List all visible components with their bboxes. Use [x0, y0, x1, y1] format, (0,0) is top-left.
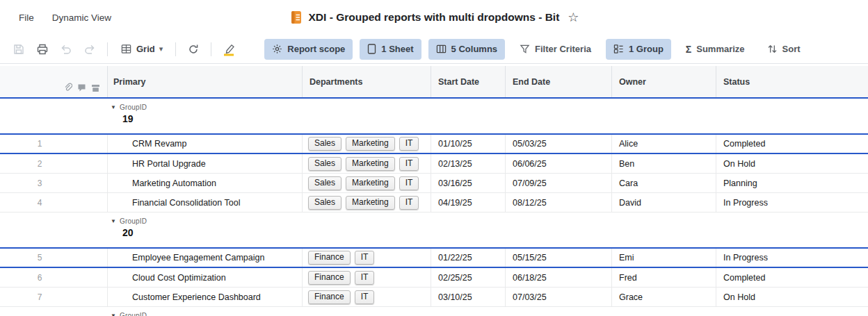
department-chip[interactable]: Marketing [346, 137, 395, 151]
cell-status[interactable]: On Hold [716, 288, 868, 306]
column-header-departments[interactable]: Departments [303, 66, 431, 97]
cell-status[interactable]: On Hold [716, 154, 868, 173]
cell-end-date[interactable]: 07/03/25 [506, 288, 612, 306]
cell-status[interactable]: Completed [716, 135, 868, 153]
cell-status[interactable]: Completed [716, 268, 868, 287]
undo-icon[interactable] [57, 40, 75, 58]
refresh-icon[interactable] [184, 40, 202, 58]
report-scope-button[interactable]: Report scope [264, 39, 353, 60]
department-chip[interactable]: IT [355, 251, 375, 265]
department-chip[interactable]: IT [399, 137, 419, 151]
table-row[interactable]: 7Customer Experience DashboardFinanceIT0… [0, 288, 868, 307]
comment-icon[interactable] [77, 83, 86, 92]
cell-departments[interactable]: SalesMarketingIT [303, 174, 431, 192]
cell-departments[interactable]: FinanceIT [303, 268, 431, 287]
department-chip[interactable]: Finance [308, 251, 351, 265]
cell-start-date[interactable]: 01/22/25 [431, 249, 506, 267]
cell-start-date[interactable]: 04/19/25 [431, 193, 506, 212]
cell-primary[interactable]: HR Portal Upgrade [108, 154, 303, 173]
cell-start-date[interactable]: 03/16/25 [431, 174, 506, 192]
cell-owner[interactable]: Emi [612, 249, 716, 267]
sigma-icon: Σ [686, 44, 691, 54]
department-chip[interactable]: Sales [308, 137, 341, 151]
gear-icon [272, 44, 282, 54]
view-selector[interactable]: Grid ▾ [116, 41, 167, 57]
cell-start-date[interactable]: 03/10/25 [431, 288, 506, 306]
star-favorite-icon[interactable]: ☆ [568, 11, 579, 24]
department-chip[interactable]: Marketing [346, 157, 395, 171]
sheet-button[interactable]: 1 Sheet [360, 39, 421, 60]
cell-departments[interactable]: FinanceIT [303, 288, 431, 306]
attachment-icon[interactable] [63, 83, 72, 92]
department-chip[interactable]: IT [355, 290, 375, 304]
cell-departments[interactable]: FinanceIT [303, 249, 431, 267]
box-icon[interactable] [91, 84, 100, 92]
department-chip[interactable]: IT [399, 157, 419, 171]
table-row[interactable]: 6Cloud Cost OptimizationFinanceIT02/25/2… [0, 268, 868, 288]
table-row[interactable]: 5Employee Engagement CampaignFinanceIT01… [0, 249, 868, 268]
group-collapse-toggle[interactable]: ▼GroupID [111, 103, 147, 111]
cell-primary[interactable]: Marketing Automation [108, 174, 303, 192]
redo-icon[interactable] [81, 40, 99, 58]
cell-start-date[interactable]: 02/13/25 [431, 154, 506, 173]
cell-primary[interactable]: CRM Revamp [108, 135, 303, 153]
cell-status[interactable]: In Progress [716, 249, 868, 267]
column-header-start-date[interactable]: Start Date [431, 66, 506, 97]
table-row[interactable]: 3Marketing AutomationSalesMarketingIT03/… [0, 174, 868, 193]
column-header-owner[interactable]: Owner [612, 66, 716, 97]
department-chip[interactable]: IT [399, 196, 419, 210]
highlighter-icon[interactable] [220, 40, 238, 58]
cell-end-date[interactable]: 05/15/25 [506, 249, 612, 267]
cell-start-date[interactable]: 01/10/25 [431, 135, 506, 153]
cell-end-date[interactable]: 07/09/25 [506, 174, 612, 192]
cell-end-date[interactable]: 05/03/25 [506, 135, 612, 153]
cell-owner[interactable]: Alice [612, 135, 716, 153]
cell-primary[interactable]: Cloud Cost Optimization [108, 268, 303, 287]
cell-end-date[interactable]: 08/12/25 [506, 193, 612, 212]
cell-primary[interactable]: Financial Consolidation Tool [108, 193, 303, 212]
department-chip[interactable]: Marketing [346, 196, 395, 210]
cell-status[interactable]: In Progress [716, 193, 868, 212]
print-icon[interactable] [33, 40, 51, 58]
summarize-button[interactable]: Σ Summarize [678, 39, 753, 60]
filter-criteria-button[interactable]: Filter Criteria [512, 39, 599, 60]
department-chip[interactable]: Sales [308, 176, 341, 190]
department-chip[interactable]: Marketing [346, 176, 395, 190]
columns-button[interactable]: 5 Columns [428, 39, 505, 60]
group-button[interactable]: 1 Group [606, 39, 671, 60]
row-number: 4 [0, 193, 108, 212]
save-icon[interactable] [10, 40, 28, 58]
department-chip[interactable]: Finance [308, 271, 351, 285]
table-row[interactable]: 4Financial Consolidation ToolSalesMarket… [0, 193, 868, 213]
cell-status[interactable]: Planning [716, 174, 868, 192]
group-collapse-toggle[interactable]: ▼GroupID [111, 217, 147, 225]
column-header-primary[interactable]: Primary [108, 66, 303, 97]
cell-end-date[interactable]: 06/06/25 [506, 154, 612, 173]
department-chip[interactable]: Finance [308, 290, 351, 304]
cell-primary[interactable]: Customer Experience Dashboard [108, 288, 303, 306]
column-header-end-date[interactable]: End Date [506, 66, 612, 97]
cell-primary[interactable]: Employee Engagement Campaign [108, 249, 303, 267]
cell-owner[interactable]: David [612, 193, 716, 212]
department-chip[interactable]: IT [355, 271, 375, 285]
cell-owner[interactable]: Ben [612, 154, 716, 173]
cell-departments[interactable]: SalesMarketingIT [303, 193, 431, 212]
column-header-status[interactable]: Status [716, 66, 868, 97]
group-collapse-toggle[interactable]: ▼GroupID [111, 312, 147, 316]
cell-owner[interactable]: Cara [612, 174, 716, 192]
menu-file[interactable]: File [19, 13, 34, 23]
department-chip[interactable]: Sales [308, 157, 341, 171]
table-row[interactable]: 2HR Portal UpgradeSalesMarketingIT02/13/… [0, 154, 868, 174]
title-area: XDI - Grouped reports with multi dropdow… [0, 0, 868, 35]
sort-button[interactable]: Sort [760, 39, 808, 60]
cell-start-date[interactable]: 02/25/25 [431, 268, 506, 287]
cell-departments[interactable]: SalesMarketingIT [303, 135, 431, 153]
cell-departments[interactable]: SalesMarketingIT [303, 154, 431, 173]
cell-owner[interactable]: Grace [612, 288, 716, 306]
department-chip[interactable]: IT [399, 176, 419, 190]
cell-owner[interactable]: Fred [612, 268, 716, 287]
cell-end-date[interactable]: 06/18/25 [506, 268, 612, 287]
table-row[interactable]: 1CRM RevampSalesMarketingIT01/10/2505/03… [0, 135, 868, 154]
department-chip[interactable]: Sales [308, 196, 341, 210]
menu-dynamic-view[interactable]: Dynamic View [52, 13, 111, 23]
